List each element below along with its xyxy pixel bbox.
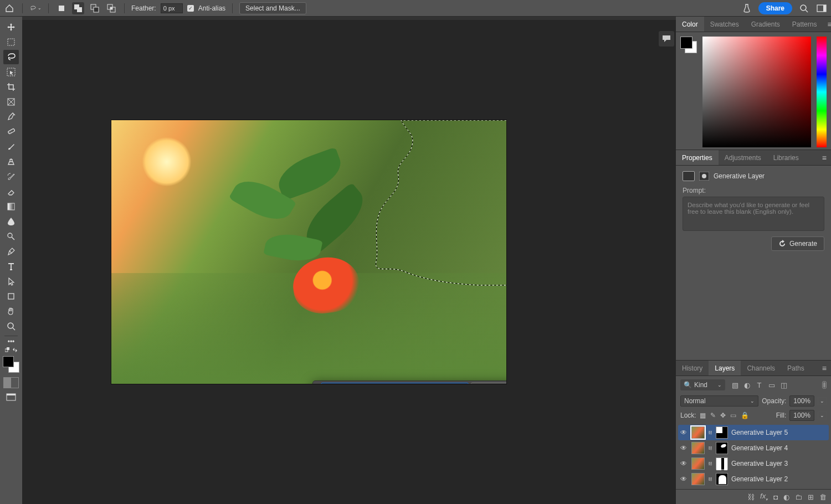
tool-preset-lasso-icon[interactable]: ⌄ [29,2,42,14]
beaker-icon[interactable] [741,2,753,14]
tab-patterns[interactable]: Patterns [786,17,823,32]
tab-layers[interactable]: Layers [709,361,741,376]
crop-tool-icon[interactable] [3,80,19,94]
lasso-tool-icon[interactable] [3,50,19,64]
layer-item[interactable]: 👁 ⛓ Generative Layer 5 [678,425,829,440]
tab-gradients[interactable]: Gradients [745,17,786,32]
marquee-tool-icon[interactable] [3,35,19,49]
delete-layer-icon[interactable]: 🗑 [819,493,827,501]
document-canvas[interactable]: Generate ••• Back Generate variations [111,120,507,384]
move-tool-icon[interactable] [3,20,19,34]
foreground-background-swatches[interactable] [3,356,19,373]
generative-prompt-input[interactable] [321,383,469,384]
anti-alias-checkbox[interactable]: ✓ [187,5,194,12]
mask-thumbnail[interactable] [716,473,728,485]
tab-color[interactable]: Color [676,17,704,32]
visibility-icon[interactable]: 👁 [679,429,688,436]
eraser-tool-icon[interactable] [3,184,19,199]
zoom-tool-icon[interactable] [3,319,19,333]
mask-thumbnail[interactable] [716,442,728,454]
layer-thumbnail[interactable] [691,442,705,454]
new-selection-icon[interactable] [55,2,68,14]
new-layer-icon[interactable]: ⊞ [808,493,814,501]
tab-channels[interactable]: Channels [741,361,781,376]
add-to-selection-icon[interactable] [72,2,84,14]
blend-mode-select[interactable]: Normal⌄ [680,395,758,407]
tab-libraries[interactable]: Libraries [767,150,805,165]
object-selection-tool-icon[interactable] [3,65,19,79]
blur-tool-icon[interactable] [3,214,19,229]
opacity-dropdown-icon[interactable]: ⌄ [818,397,827,405]
visibility-icon[interactable]: 👁 [679,475,688,483]
layer-filter-kind[interactable]: 🔍Kind⌄ [680,379,725,390]
group-icon[interactable]: 🗀 [795,493,802,501]
lock-transparency-icon[interactable]: ▦ [700,412,706,419]
swap-default-colors[interactable] [5,347,18,353]
layer-thumbnail[interactable] [691,457,705,470]
filter-toggle[interactable] [822,381,827,389]
lock-all-icon[interactable]: 🔒 [741,412,749,419]
feather-input[interactable] [161,3,183,13]
mask-thumbnail[interactable] [716,457,728,470]
home-icon[interactable] [3,2,16,14]
tab-history[interactable]: History [676,361,709,376]
hue-slider[interactable] [817,37,827,147]
eyedropper-tool-icon[interactable] [3,110,19,124]
layer-item[interactable]: 👁 ⛓ Generative Layer 3 [678,456,829,471]
brush-tool-icon[interactable] [3,140,19,154]
hand-tool-icon[interactable] [3,304,19,318]
rectangle-tool-icon[interactable] [3,289,19,304]
intersect-selection-icon[interactable] [105,2,117,14]
lock-nesting-icon[interactable]: ▭ [730,412,736,419]
opacity-input[interactable]: 100% [789,395,814,407]
healing-brush-tool-icon[interactable] [3,125,19,139]
layer-thumbnail[interactable] [691,426,705,439]
lock-pixels-icon[interactable]: ✎ [710,412,716,419]
opacity-label: Opacity: [762,397,786,405]
subtract-from-selection-icon[interactable] [89,2,101,14]
dodge-tool-icon[interactable] [3,229,19,244]
mask-thumbnail[interactable] [716,426,728,439]
tab-properties[interactable]: Properties [676,150,719,165]
color-fg-bg-swatches[interactable] [680,37,697,53]
type-tool-icon[interactable] [3,259,19,274]
layer-item[interactable]: 👁 ⛓ Generative Layer 2 [678,471,829,487]
pen-tool-icon[interactable] [3,244,19,259]
share-button[interactable]: Share [758,2,792,14]
adjustment-layer-icon[interactable]: ◐ [783,493,789,501]
generate-button[interactable]: Generate [471,382,507,384]
color-field[interactable] [702,37,811,147]
gradient-tool-icon[interactable] [3,199,19,214]
frame-tool-icon[interactable] [3,95,19,109]
panel-menu-icon[interactable]: ≡ [818,364,831,373]
lock-position-icon[interactable]: ✥ [720,412,726,419]
tab-swatches[interactable]: Swatches [704,17,745,32]
history-brush-tool-icon[interactable] [3,169,19,184]
workspace-icon[interactable] [815,2,828,14]
layer-thumbnail[interactable] [691,473,705,485]
add-mask-icon[interactable]: ◘ [773,493,778,501]
visibility-icon[interactable]: 👁 [679,460,688,467]
clone-stamp-tool-icon[interactable] [3,155,19,169]
edit-toolbar-icon[interactable]: ••• [3,338,19,346]
layer-filter-icons[interactable]: ▧◐T▭◫ [727,381,820,389]
prompt-textarea[interactable]: Describe what you'd like to generate or … [683,197,824,231]
fill-dropdown-icon[interactable]: ⌄ [818,412,827,419]
quick-mask-icon[interactable] [3,377,19,388]
tab-adjustments[interactable]: Adjustments [719,150,767,165]
path-selection-tool-icon[interactable] [3,274,19,289]
panel-menu-icon[interactable]: ≡ [818,153,831,162]
tab-paths[interactable]: Paths [781,361,811,376]
link-layers-icon[interactable]: ⛓ [747,493,755,501]
screen-mode-icon[interactable] [3,392,19,403]
visibility-icon[interactable]: 👁 [679,444,688,452]
select-and-mask-button[interactable]: Select and Mask... [239,2,306,14]
layer-item[interactable]: 👁 ⛓ Generative Layer 4 [678,440,829,456]
search-icon[interactable] [798,2,810,14]
panel-menu-icon[interactable]: ≡ [823,20,831,29]
properties-generate-button[interactable]: Generate [771,236,824,251]
feedback-icon[interactable] [659,31,674,47]
layer-fx-icon[interactable]: fx▾ [760,492,768,502]
fill-input[interactable]: 100% [789,410,814,421]
link-icon: ⛓ [708,430,712,435]
